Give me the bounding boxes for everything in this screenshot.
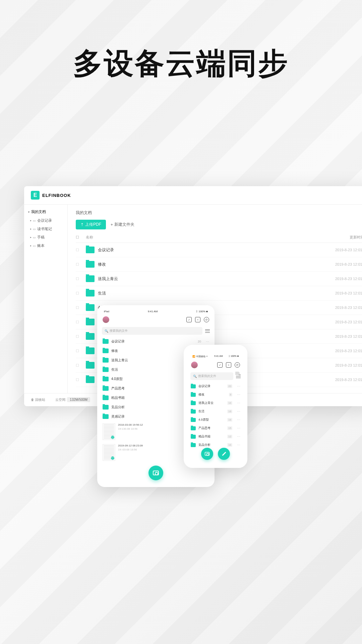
file-row[interactable]: ☐ 修改 2019-8-23 12:01:23 bbox=[76, 257, 362, 272]
status-left: iPad bbox=[104, 310, 109, 313]
new-folder-button[interactable]: + 新建文件夹 bbox=[111, 220, 134, 229]
row-checkbox[interactable]: ☐ bbox=[76, 262, 86, 267]
folder-name: 会议记录 bbox=[111, 339, 195, 344]
avatar[interactable] bbox=[103, 316, 109, 323]
folder-name: 产品思考 bbox=[198, 426, 225, 430]
file-time: 2019-8-23 12:01:23 bbox=[324, 334, 362, 338]
note-date: 2018-03-08 19:56:12 bbox=[118, 423, 143, 426]
file-row[interactable]: ☐ 送我上青云 2019-8-23 12:01:23 bbox=[76, 272, 362, 286]
clock-icon[interactable]: ⏱ bbox=[235, 362, 240, 368]
folder-icon bbox=[103, 348, 109, 353]
row-checkbox[interactable]: ☐ bbox=[76, 334, 86, 339]
hero-title: 多设备云端同步 bbox=[0, 44, 362, 84]
avatar[interactable] bbox=[191, 362, 198, 368]
sidebar-item-draft[interactable]: ▸▭手稿 bbox=[24, 233, 67, 241]
camera-icon bbox=[153, 471, 159, 475]
check-icon[interactable]: ✓ bbox=[186, 317, 192, 322]
search-placeholder: 搜索我的文件 bbox=[198, 374, 216, 378]
folder-icon bbox=[191, 426, 196, 430]
folder-icon bbox=[103, 377, 109, 381]
folder-row[interactable]: 会议记录 20 ⋯ bbox=[190, 382, 241, 390]
camera-fab[interactable] bbox=[201, 448, 213, 460]
folder-name: 送我上青云 bbox=[198, 401, 225, 405]
check-icon[interactable]: ✓ bbox=[217, 362, 223, 368]
more-icon[interactable]: ⋯ bbox=[237, 435, 240, 438]
row-checkbox[interactable]: ☐ bbox=[76, 378, 86, 382]
row-checkbox[interactable]: ☐ bbox=[76, 320, 86, 324]
row-checkbox[interactable]: ☐ bbox=[76, 277, 86, 281]
folder-row[interactable]: 4.0原型 16 ⋯ bbox=[190, 416, 241, 424]
file-time: 2019-8-23 12:01:23 bbox=[324, 320, 362, 324]
edit-fab[interactable] bbox=[218, 448, 230, 460]
col-name[interactable]: 名称 bbox=[86, 235, 324, 240]
sidebar-root[interactable]: ▼ 我的文档 bbox=[24, 207, 67, 216]
storage-value: 132M/500M bbox=[67, 397, 90, 402]
folder-row[interactable]: 修改 8 ⋯ bbox=[190, 390, 241, 399]
menu-icon[interactable] bbox=[236, 375, 241, 378]
folder-row[interactable]: 精品书籍 12 ⋯ bbox=[190, 432, 241, 441]
more-icon[interactable]: ⋯ bbox=[237, 418, 240, 422]
file-time: 2019-8-23 12:01:23 bbox=[324, 248, 362, 252]
file-time: 2019-8-23 12:01:23 bbox=[324, 378, 362, 382]
pencil-icon bbox=[222, 452, 226, 456]
sidebar-item-meeting[interactable]: ▸▭会议记录 bbox=[24, 216, 67, 225]
phone-window: 📶 中国移动 ᯤ 9:41 AM ᛒ 100% ■ ✓ + ⏱ 🔍 搜索我的文件… bbox=[184, 345, 247, 468]
more-icon[interactable]: ⋯ bbox=[237, 401, 240, 405]
col-time[interactable]: 更新时间 ↓ bbox=[324, 235, 362, 240]
note-thumbnail bbox=[103, 444, 115, 461]
folder-row[interactable]: 产品思考 15 ⋯ bbox=[190, 424, 241, 432]
tablet-header: ✓ + ⏱ bbox=[102, 314, 210, 325]
tablet-status-bar: iPad 9:41 AM ᛒ 100% ■ bbox=[102, 309, 210, 314]
sidebar-item-reading[interactable]: ▸▭读书笔记 bbox=[24, 225, 67, 233]
search-input[interactable]: 🔍 搜索我的文件 bbox=[102, 327, 202, 335]
folder-count: 20 bbox=[227, 384, 232, 388]
file-name: 修改 bbox=[98, 262, 106, 267]
select-all-checkbox[interactable]: ☐ bbox=[76, 235, 86, 239]
upload-pdf-button[interactable]: ⇡ 上传PDF bbox=[76, 220, 106, 229]
folder-icon bbox=[191, 443, 196, 447]
clock-icon[interactable]: ⏱ bbox=[204, 317, 209, 322]
folder-count: 12 bbox=[227, 435, 232, 438]
row-checkbox[interactable]: ☐ bbox=[76, 363, 86, 368]
row-checkbox[interactable]: ☐ bbox=[76, 291, 86, 296]
more-icon[interactable]: ⋯ bbox=[237, 426, 240, 430]
trash-link[interactable]: 🗑 回收站 bbox=[31, 397, 45, 402]
row-checkbox[interactable]: ☐ bbox=[76, 306, 86, 310]
menu-icon[interactable] bbox=[205, 329, 210, 333]
folder-icon bbox=[191, 393, 196, 397]
folder-icon bbox=[86, 261, 95, 268]
folder-count: 18 bbox=[227, 410, 232, 413]
row-checkbox[interactable]: ☐ bbox=[76, 349, 86, 353]
sidebar-item-label: 手稿 bbox=[37, 235, 45, 240]
folder-icon bbox=[191, 384, 196, 388]
more-icon[interactable]: ⋯ bbox=[237, 393, 240, 396]
breadcrumb[interactable]: 我的文档 bbox=[76, 210, 362, 216]
more-icon[interactable]: ⋯ bbox=[237, 384, 240, 388]
folder-row[interactable]: 送我上青云 16 ⋯ bbox=[190, 399, 241, 407]
folder-icon bbox=[86, 247, 95, 253]
more-icon[interactable]: ⋯ bbox=[237, 410, 240, 413]
synced-icon bbox=[111, 436, 114, 439]
sidebar-item-label: 账本 bbox=[37, 243, 45, 248]
more-icon[interactable]: ⋯ bbox=[237, 443, 240, 447]
status-time: 9:41 AM bbox=[214, 355, 223, 358]
camera-fab[interactable] bbox=[148, 466, 163, 480]
synced-icon bbox=[111, 457, 114, 460]
add-icon[interactable]: + bbox=[226, 362, 231, 368]
folder-icon bbox=[86, 275, 95, 282]
upload-label: 上传PDF bbox=[85, 222, 101, 227]
folder-row[interactable]: 生活 18 ⋯ bbox=[190, 407, 241, 416]
add-icon[interactable]: + bbox=[195, 317, 200, 322]
folder-icon bbox=[86, 304, 95, 311]
folder-count: 8 bbox=[229, 393, 232, 396]
folder-icon bbox=[103, 367, 109, 372]
status-battery: 100% bbox=[198, 310, 205, 313]
note-thumbnail bbox=[103, 423, 115, 440]
more-icon[interactable]: ⋯ bbox=[206, 340, 209, 343]
file-row[interactable]: ☐ 生活 2019-8-23 12:01:23 bbox=[76, 286, 362, 301]
file-row[interactable]: ☐ 会议记录 2019-8-23 12:01:23 bbox=[76, 243, 362, 257]
search-input[interactable]: 🔍 搜索我的文件 bbox=[190, 372, 233, 380]
sidebar-item-ledger[interactable]: ▸▭账本 bbox=[24, 241, 67, 250]
row-checkbox[interactable]: ☐ bbox=[76, 248, 86, 252]
folder-icon bbox=[86, 290, 95, 297]
